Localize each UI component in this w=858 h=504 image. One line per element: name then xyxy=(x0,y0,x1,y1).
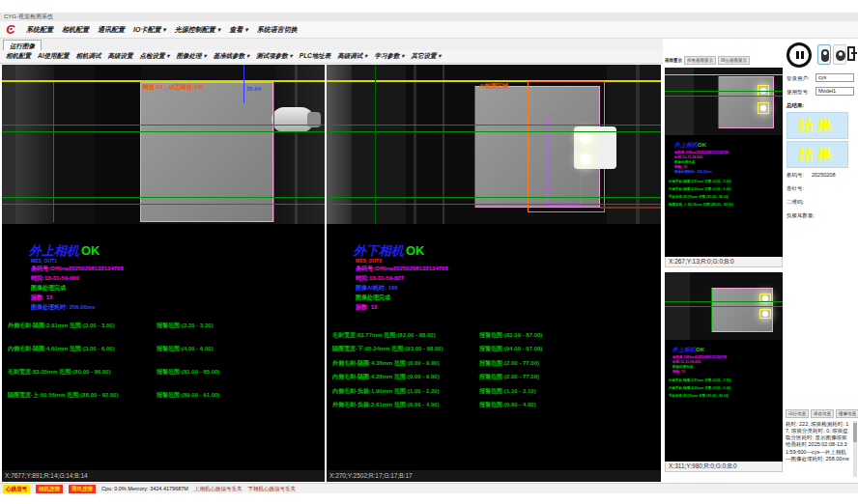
log-scrollbar-thumb[interactable] xyxy=(853,423,857,442)
green-baseline xyxy=(2,125,325,126)
camera-view-outer-upper[interactable]: 35.64 阈值:93，动态阈值:100 外上相机OK MES_OUT1 条码号… xyxy=(2,65,325,470)
log-tab-alarm-info[interactable]: 报警信息 xyxy=(836,409,858,418)
scene-band xyxy=(95,65,141,224)
process-done-line: 图像处理完成 xyxy=(31,284,66,293)
tool-image-processing[interactable]: 图像处理 ▾ xyxy=(177,52,207,61)
measurement-alarm: 报警范围:(4.00 - 6.00) xyxy=(157,345,214,353)
window-titlebar: CYG-视觉检测系统 xyxy=(0,13,858,21)
tool-ai-use-config[interactable]: AI使用配置 xyxy=(38,52,70,61)
green-baseline xyxy=(327,131,661,132)
measurement-value: 隔圈宽度-下:95.24mm 范围:(93.00 - 98.00) xyxy=(332,345,443,353)
measurement-value: 毛刺宽度:83.77mm 范围:(82.00 - 88.00) xyxy=(332,331,436,340)
pixel-coords-preview-bottom: X:311;Y:980;R:0;G:0;B:0 xyxy=(665,462,783,472)
model-input[interactable] xyxy=(815,87,854,96)
pulse-line: 脉数: 13 xyxy=(31,294,52,302)
tool-learning-params[interactable]: 学习参数 ▾ xyxy=(374,52,404,61)
menu-io-config[interactable]: IO卡配置 ▾ xyxy=(133,25,166,35)
menu-view[interactable]: 查看 ▾ xyxy=(229,25,247,35)
negative-tab-count-label: 负极耳数量: xyxy=(786,212,815,219)
green-baseline xyxy=(2,131,325,132)
mini-measurement: 毛刺宽度:83.05mm 范围:(80.00 - 86.00) xyxy=(669,195,729,199)
green-baseline-vertical xyxy=(375,65,376,224)
model-label: 使用型号: xyxy=(786,89,810,96)
scene-band xyxy=(352,65,406,224)
camera-preview-bottom[interactable]: 外上相机OK 条码号:Offline20250208133134728 时间:1… xyxy=(665,272,783,462)
mini-measurement: 隔圈宽度-上:90.56mm 范围:(88.00 - 92.00) xyxy=(669,203,733,207)
camera-status-ok: OK xyxy=(81,243,100,258)
green-baseline-vertical xyxy=(718,76,719,128)
menu-language-switch[interactable]: 系统语言切换 xyxy=(257,25,298,35)
camera-status-ok: OK xyxy=(406,243,425,258)
tool-camera-config[interactable]: 相机配置 xyxy=(6,52,31,61)
menu-bar: Ͼ 系统配置 相机配置 通讯配置 IO卡配置 ▾ 光源控制配置 ▾ 查看 ▾ 系… xyxy=(0,21,858,39)
green-baseline xyxy=(665,91,783,92)
green-baseline-vertical xyxy=(273,82,274,222)
tool-baseline-params[interactable]: 基准线参数 ▾ xyxy=(214,52,250,61)
tool-other-settings[interactable]: 其它设置 ▾ xyxy=(411,52,441,61)
tool-camera-debug[interactable]: 相机调试 xyxy=(76,52,101,61)
glow-spot xyxy=(762,311,768,317)
camera-name: 外上相机 xyxy=(29,243,79,258)
measurement-alarm: 报警范围:(0.60 - 4.00) xyxy=(479,401,536,409)
yellow-guide-line xyxy=(665,74,783,75)
scene-streak xyxy=(636,65,640,224)
log-tab-strip: 运行信息 保存信息 报警信息 xyxy=(786,409,858,418)
measurement-value: 内侧毛刺-负极:1.90mm 范围:(1.00 - 2.20) xyxy=(332,387,440,396)
user-button[interactable] xyxy=(833,44,846,65)
login-user-input[interactable] xyxy=(815,73,854,82)
lower-camera-heartbeat-warning: 下相机心跳信号丢失 xyxy=(247,486,296,492)
menu-comm-config[interactable]: 通讯配置 xyxy=(98,25,125,35)
mini-time-line: 时间:13-31-59-600 xyxy=(674,155,702,159)
pause-icon xyxy=(801,51,804,59)
scene-band xyxy=(327,65,352,224)
measurement-alarm: 报警范围:(2.00 - 77.00) xyxy=(479,373,539,381)
time-line: 时间:13-31-59-627 xyxy=(356,274,404,283)
camera-view-outer-lower[interactable]: AI检测区域 外下相机OK MES_OUT0 条码号:Offline202502… xyxy=(327,65,661,470)
tool-advanced-settings[interactable]: 高级设置 xyxy=(108,52,133,61)
green-baseline-vertical xyxy=(474,86,475,208)
measurement-alarm: 报警范围:(83.00 - 87.00) xyxy=(479,331,542,340)
total-result-label: 总结果: xyxy=(786,102,804,109)
menu-camera-config[interactable]: 相机配置 xyxy=(62,25,89,35)
menu-system-config[interactable]: 系统配置 xyxy=(26,25,53,35)
operator-icon-head xyxy=(823,51,827,55)
menu-light-config[interactable]: 光源控制配置 ▾ xyxy=(175,25,220,35)
scene-streak xyxy=(414,65,416,224)
pause-button[interactable] xyxy=(786,42,812,68)
exit-button[interactable] xyxy=(847,44,858,65)
display-tab-partial[interactable]: 部分画面显示 xyxy=(718,56,750,65)
scene-streak xyxy=(295,65,298,224)
measurement-alarm: 报警范围:(94.00 - 97.00) xyxy=(479,345,542,353)
tool-test-params[interactable]: 测试项参数 ▾ xyxy=(256,52,293,61)
process-done-line: 图像处理完成 xyxy=(356,294,390,302)
scene-band xyxy=(15,65,54,224)
log-tab-save-info[interactable]: 保存信息 xyxy=(811,409,834,418)
mes-tag: MES_OUT1 xyxy=(31,258,57,264)
camera-preview-top[interactable]: 外上相机OK 条码号:Offline20250208133134728 时间:1… xyxy=(665,68,783,257)
scene-band xyxy=(275,65,325,224)
display-tab-all[interactable]: 所有画面显示 xyxy=(684,56,716,65)
display-mode-bar: 画面显示 所有画面显示 部分画面显示 xyxy=(665,54,783,66)
pixel-coords-middle: X:270;Y:2502;R:17;G:17;B:17 xyxy=(327,470,661,482)
measurement-value: 外侧毛刺-隔圈:2.91mm 范围:(2.00 - 3.50) xyxy=(8,322,115,330)
mini-barcode-line: 条码号:Offline20250208133134728 xyxy=(672,355,727,359)
cpu-memory-text: Cpu: 0.0% Memory: 3424.4179687M xyxy=(101,486,188,491)
camera-status-ok: OK xyxy=(696,347,704,352)
operator-login-button[interactable] xyxy=(817,44,831,65)
tool-spotcheck-settings[interactable]: 点检设置 ▾ xyxy=(140,52,170,61)
mini-camera-title: 外上相机OK xyxy=(674,141,706,150)
measurement-alarm: 报警范围:(2.20 - 3.20) xyxy=(157,322,214,330)
log-tab-run-info[interactable]: 运行信息 xyxy=(786,409,809,418)
glow-spot xyxy=(760,105,766,111)
measurement-value: 外侧毛刺-隔圈:4.38mm 范围:(0.00 - 9.00) xyxy=(332,359,440,368)
app-logo-icon: Ͼ xyxy=(4,23,17,37)
result-box-2: 结果 xyxy=(786,141,848,168)
tool-advanced-debug[interactable]: 高级调试 ▾ xyxy=(337,52,367,61)
tool-plc-address-table[interactable]: PLC地址表 xyxy=(300,52,331,61)
green-baseline xyxy=(665,301,783,302)
threshold-label: 阈值:93，动态阈值:100 xyxy=(143,83,204,92)
app-window: CYG-视觉检测系统 Ͼ 系统配置 相机配置 通讯配置 IO卡配置 ▾ 光源控制… xyxy=(0,0,858,504)
qrcode-field-label: 二维码: xyxy=(786,199,804,206)
log-scrollbar[interactable] xyxy=(853,421,857,477)
glow-spot xyxy=(580,154,591,165)
